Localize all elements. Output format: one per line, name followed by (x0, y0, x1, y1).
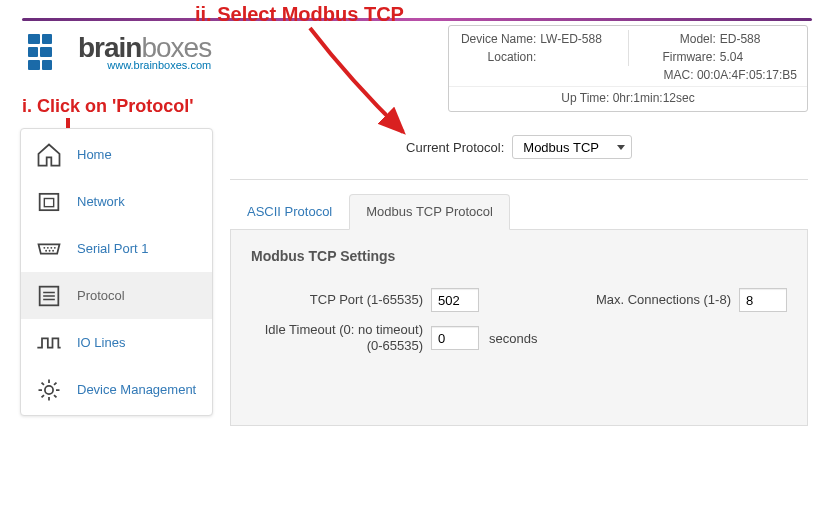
sidebar-item-label: IO Lines (77, 335, 125, 350)
svg-point-11 (54, 246, 56, 248)
sidebar-item-device-management[interactable]: Device Management (21, 366, 212, 413)
modbus-settings-panel: Modbus TCP Settings TCP Port (1-65535) M… (230, 230, 808, 426)
tab-modbus-tcp-protocol[interactable]: Modbus TCP Protocol (349, 194, 510, 230)
tcp-port-input[interactable] (431, 288, 479, 312)
home-icon (35, 141, 63, 169)
tab-ascii-protocol[interactable]: ASCII Protocol (230, 194, 349, 229)
sidebar-item-serial-port-1[interactable]: Serial Port 1 (21, 225, 212, 272)
device-info-box: Device Name: LW-ED-588 Location: Model: … (448, 25, 808, 112)
max-connections-label: Max. Connections (1-8) (574, 292, 739, 308)
svg-rect-2 (28, 47, 38, 57)
sidebar-item-label: Home (77, 147, 112, 162)
svg-point-14 (52, 249, 54, 251)
sidebar-item-label: Serial Port 1 (77, 241, 149, 256)
ethernet-icon (35, 188, 63, 216)
chevron-down-icon (617, 145, 625, 150)
svg-rect-1 (42, 34, 52, 44)
device-name-value: LW-ED-588 (540, 32, 617, 46)
uptime-value: 0hr:1min:12sec (613, 91, 695, 105)
main-content: Current Protocol: Modbus TCP ASCII Proto… (230, 135, 808, 426)
sidebar-item-io-lines[interactable]: IO Lines (21, 319, 212, 366)
firmware-label: Firmware: (639, 50, 720, 64)
tcp-port-label: TCP Port (1-65535) (251, 292, 431, 308)
firmware-value: 5.04 (720, 50, 797, 64)
current-protocol-select[interactable]: Modbus TCP (512, 135, 632, 159)
svg-rect-7 (44, 198, 53, 206)
gear-icon (35, 376, 63, 404)
svg-rect-0 (28, 34, 40, 44)
svg-point-19 (45, 385, 53, 393)
top-accent-bar (22, 18, 812, 21)
sidebar-nav: Home Network Serial Port 1 Protocol IO L… (20, 128, 213, 416)
svg-point-13 (49, 249, 51, 251)
logo-boxes: boxes (141, 32, 211, 63)
brainboxes-logo-icon (28, 30, 72, 74)
settings-heading: Modbus TCP Settings (251, 248, 787, 264)
svg-point-10 (50, 246, 52, 248)
location-label: Location: (459, 50, 540, 64)
protocol-icon (35, 282, 63, 310)
svg-point-8 (43, 246, 45, 248)
svg-rect-3 (40, 47, 52, 57)
model-label: Model: (639, 32, 720, 46)
svg-rect-6 (40, 193, 59, 209)
idle-timeout-suffix: seconds (489, 331, 537, 346)
idle-timeout-input[interactable] (431, 326, 479, 350)
svg-rect-4 (28, 60, 40, 70)
idle-timeout-label: Idle Timeout (0: no timeout) (0-65535) (251, 322, 431, 355)
logo-brain: brain (78, 32, 141, 63)
svg-rect-5 (42, 60, 52, 70)
sidebar-item-label: Device Management (77, 382, 196, 397)
model-value: ED-588 (720, 32, 797, 46)
device-name-label: Device Name: (459, 32, 540, 46)
uptime-label: Up Time: (561, 91, 609, 105)
current-protocol-label: Current Protocol: (406, 140, 504, 155)
mac-value: 00:0A:4F:05:17:B5 (697, 68, 797, 82)
location-value (540, 50, 617, 64)
sidebar-item-home[interactable]: Home (21, 131, 212, 178)
max-connections-input[interactable] (739, 288, 787, 312)
svg-point-12 (45, 249, 47, 251)
sidebar-item-label: Protocol (77, 288, 125, 303)
sidebar-item-protocol[interactable]: Protocol (21, 272, 212, 319)
protocol-tabs: ASCII Protocol Modbus TCP Protocol (230, 194, 808, 230)
sidebar-item-label: Network (77, 194, 125, 209)
serial-port-icon (35, 235, 63, 263)
svg-point-9 (47, 246, 49, 248)
brand-logo: brainboxes www.brainboxes.com (28, 30, 211, 74)
annotation-step-i: i. Click on 'Protocol' (22, 96, 194, 117)
current-protocol-value: Modbus TCP (523, 140, 599, 155)
section-divider (230, 179, 808, 180)
annotation-step-ii: ii. Select Modbus TCP (195, 3, 404, 26)
sidebar-item-network[interactable]: Network (21, 178, 212, 225)
io-lines-icon (35, 329, 63, 357)
mac-label: MAC: (664, 68, 694, 82)
